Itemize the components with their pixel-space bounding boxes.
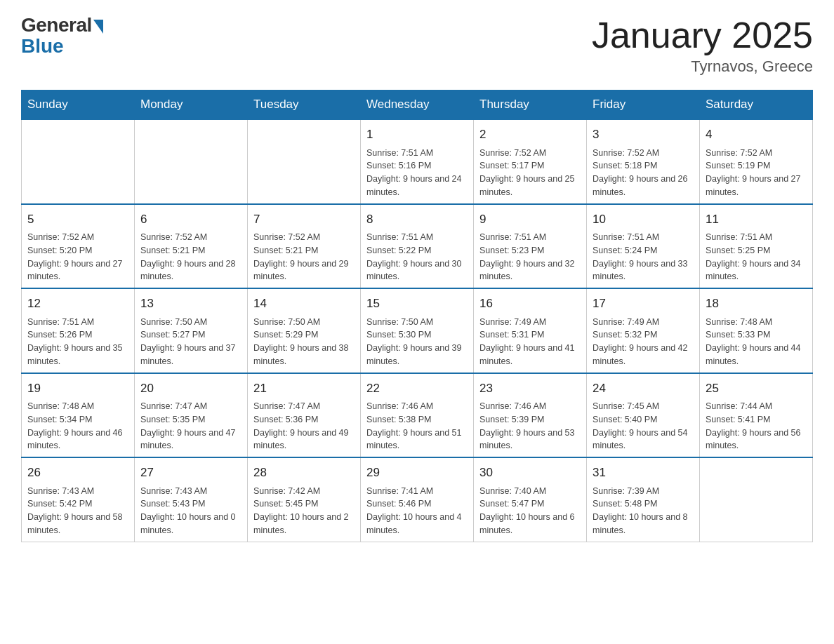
weekday-header-wednesday: Wednesday xyxy=(361,90,474,120)
day-info: Sunrise: 7:46 AMSunset: 5:38 PMDaylight:… xyxy=(366,400,468,452)
day-info: Sunrise: 7:47 AMSunset: 5:35 PMDaylight:… xyxy=(140,400,241,452)
weekday-header-thursday: Thursday xyxy=(474,90,587,120)
day-number: 16 xyxy=(479,295,581,313)
calendar-cell: 14Sunrise: 7:50 AMSunset: 5:29 PMDayligh… xyxy=(248,288,361,373)
day-number: 1 xyxy=(366,126,468,144)
calendar-cell: 30Sunrise: 7:40 AMSunset: 5:47 PMDayligh… xyxy=(474,457,587,542)
calendar-cell: 20Sunrise: 7:47 AMSunset: 5:35 PMDayligh… xyxy=(135,373,248,458)
day-info: Sunrise: 7:52 AMSunset: 5:21 PMDaylight:… xyxy=(253,231,355,283)
logo-general-text: General xyxy=(21,14,92,36)
day-info: Sunrise: 7:45 AMSunset: 5:40 PMDaylight:… xyxy=(593,400,694,452)
day-number: 15 xyxy=(366,295,468,313)
calendar-week-row: 12Sunrise: 7:51 AMSunset: 5:26 PMDayligh… xyxy=(22,288,813,373)
day-number: 14 xyxy=(253,295,355,313)
day-info: Sunrise: 7:42 AMSunset: 5:45 PMDaylight:… xyxy=(253,485,355,537)
day-number: 26 xyxy=(27,464,128,482)
logo: General Blue xyxy=(21,14,103,58)
calendar-cell: 28Sunrise: 7:42 AMSunset: 5:45 PMDayligh… xyxy=(248,457,361,542)
calendar-week-row: 5Sunrise: 7:52 AMSunset: 5:20 PMDaylight… xyxy=(22,204,813,289)
day-info: Sunrise: 7:52 AMSunset: 5:18 PMDaylight:… xyxy=(593,147,694,199)
calendar-cell: 18Sunrise: 7:48 AMSunset: 5:33 PMDayligh… xyxy=(700,288,813,373)
calendar-cell: 27Sunrise: 7:43 AMSunset: 5:43 PMDayligh… xyxy=(135,457,248,542)
calendar-cell: 25Sunrise: 7:44 AMSunset: 5:41 PMDayligh… xyxy=(700,373,813,458)
day-number: 11 xyxy=(706,210,807,229)
day-info: Sunrise: 7:41 AMSunset: 5:46 PMDaylight:… xyxy=(366,485,468,537)
calendar-cell: 11Sunrise: 7:51 AMSunset: 5:25 PMDayligh… xyxy=(700,204,813,289)
day-info: Sunrise: 7:50 AMSunset: 5:29 PMDaylight:… xyxy=(253,316,355,368)
calendar-cell: 21Sunrise: 7:47 AMSunset: 5:36 PMDayligh… xyxy=(248,373,361,458)
day-number: 30 xyxy=(479,464,581,482)
day-info: Sunrise: 7:49 AMSunset: 5:32 PMDaylight:… xyxy=(593,316,694,368)
calendar-cell: 16Sunrise: 7:49 AMSunset: 5:31 PMDayligh… xyxy=(474,288,587,373)
calendar-cell: 5Sunrise: 7:52 AMSunset: 5:20 PMDaylight… xyxy=(22,204,135,289)
weekday-header-tuesday: Tuesday xyxy=(248,90,361,120)
calendar-header-row: SundayMondayTuesdayWednesdayThursdayFrid… xyxy=(22,90,813,120)
title-section: January 2025 Tyrnavos, Greece xyxy=(592,14,813,76)
calendar-cell: 4Sunrise: 7:52 AMSunset: 5:19 PMDaylight… xyxy=(700,119,813,204)
day-number: 2 xyxy=(479,126,581,144)
day-number: 8 xyxy=(366,210,468,229)
calendar-week-row: 1Sunrise: 7:51 AMSunset: 5:16 PMDaylight… xyxy=(22,119,813,204)
calendar-cell xyxy=(248,119,361,204)
day-number: 31 xyxy=(593,464,694,482)
day-info: Sunrise: 7:43 AMSunset: 5:43 PMDaylight:… xyxy=(140,485,241,537)
day-number: 17 xyxy=(593,295,694,313)
weekday-header-saturday: Saturday xyxy=(700,90,813,120)
calendar-cell: 19Sunrise: 7:48 AMSunset: 5:34 PMDayligh… xyxy=(22,373,135,458)
day-number: 28 xyxy=(253,464,355,482)
calendar-cell: 29Sunrise: 7:41 AMSunset: 5:46 PMDayligh… xyxy=(361,457,474,542)
weekday-header-monday: Monday xyxy=(135,90,248,120)
calendar-cell: 7Sunrise: 7:52 AMSunset: 5:21 PMDaylight… xyxy=(248,204,361,289)
calendar-cell: 10Sunrise: 7:51 AMSunset: 5:24 PMDayligh… xyxy=(587,204,700,289)
day-info: Sunrise: 7:43 AMSunset: 5:42 PMDaylight:… xyxy=(27,485,128,537)
day-info: Sunrise: 7:39 AMSunset: 5:48 PMDaylight:… xyxy=(593,485,694,537)
calendar-cell: 22Sunrise: 7:46 AMSunset: 5:38 PMDayligh… xyxy=(361,373,474,458)
day-number: 9 xyxy=(479,210,581,229)
calendar-title: January 2025 xyxy=(592,14,813,56)
day-info: Sunrise: 7:51 AMSunset: 5:16 PMDaylight:… xyxy=(366,147,468,199)
calendar-cell: 3Sunrise: 7:52 AMSunset: 5:18 PMDaylight… xyxy=(587,119,700,204)
day-number: 13 xyxy=(140,295,241,313)
day-number: 19 xyxy=(27,380,128,398)
day-info: Sunrise: 7:51 AMSunset: 5:26 PMDaylight:… xyxy=(27,316,128,368)
day-number: 23 xyxy=(479,380,581,398)
calendar-cell: 2Sunrise: 7:52 AMSunset: 5:17 PMDaylight… xyxy=(474,119,587,204)
day-number: 7 xyxy=(253,210,355,229)
day-info: Sunrise: 7:40 AMSunset: 5:47 PMDaylight:… xyxy=(479,485,581,537)
logo-blue-text: Blue xyxy=(21,35,64,58)
calendar-cell: 23Sunrise: 7:46 AMSunset: 5:39 PMDayligh… xyxy=(474,373,587,458)
day-number: 21 xyxy=(253,380,355,398)
day-info: Sunrise: 7:44 AMSunset: 5:41 PMDaylight:… xyxy=(706,400,807,452)
day-number: 24 xyxy=(593,380,694,398)
calendar-cell: 17Sunrise: 7:49 AMSunset: 5:32 PMDayligh… xyxy=(587,288,700,373)
calendar-cell: 8Sunrise: 7:51 AMSunset: 5:22 PMDaylight… xyxy=(361,204,474,289)
page-header: General Blue January 2025 Tyrnavos, Gree… xyxy=(21,14,813,76)
day-info: Sunrise: 7:48 AMSunset: 5:33 PMDaylight:… xyxy=(706,316,807,368)
calendar-cell: 1Sunrise: 7:51 AMSunset: 5:16 PMDaylight… xyxy=(361,119,474,204)
day-number: 5 xyxy=(27,210,128,229)
day-info: Sunrise: 7:51 AMSunset: 5:22 PMDaylight:… xyxy=(366,231,468,283)
calendar-cell: 15Sunrise: 7:50 AMSunset: 5:30 PMDayligh… xyxy=(361,288,474,373)
day-info: Sunrise: 7:47 AMSunset: 5:36 PMDaylight:… xyxy=(253,400,355,452)
day-info: Sunrise: 7:52 AMSunset: 5:19 PMDaylight:… xyxy=(706,147,807,199)
weekday-header-sunday: Sunday xyxy=(22,90,135,120)
logo-arrow-icon xyxy=(93,20,103,34)
calendar-table: SundayMondayTuesdayWednesdayThursdayFrid… xyxy=(21,90,813,542)
calendar-week-row: 19Sunrise: 7:48 AMSunset: 5:34 PMDayligh… xyxy=(22,373,813,458)
calendar-week-row: 26Sunrise: 7:43 AMSunset: 5:42 PMDayligh… xyxy=(22,457,813,542)
day-info: Sunrise: 7:49 AMSunset: 5:31 PMDaylight:… xyxy=(479,316,581,368)
day-info: Sunrise: 7:50 AMSunset: 5:27 PMDaylight:… xyxy=(140,316,241,368)
day-number: 20 xyxy=(140,380,241,398)
calendar-cell xyxy=(22,119,135,204)
day-info: Sunrise: 7:51 AMSunset: 5:23 PMDaylight:… xyxy=(479,231,581,283)
day-number: 6 xyxy=(140,210,241,229)
calendar-cell: 12Sunrise: 7:51 AMSunset: 5:26 PMDayligh… xyxy=(22,288,135,373)
day-info: Sunrise: 7:52 AMSunset: 5:20 PMDaylight:… xyxy=(27,231,128,283)
day-number: 27 xyxy=(140,464,241,482)
day-info: Sunrise: 7:51 AMSunset: 5:25 PMDaylight:… xyxy=(706,231,807,283)
day-number: 22 xyxy=(366,380,468,398)
calendar-cell xyxy=(135,119,248,204)
day-info: Sunrise: 7:50 AMSunset: 5:30 PMDaylight:… xyxy=(366,316,468,368)
day-info: Sunrise: 7:52 AMSunset: 5:21 PMDaylight:… xyxy=(140,231,241,283)
day-number: 4 xyxy=(706,126,807,144)
